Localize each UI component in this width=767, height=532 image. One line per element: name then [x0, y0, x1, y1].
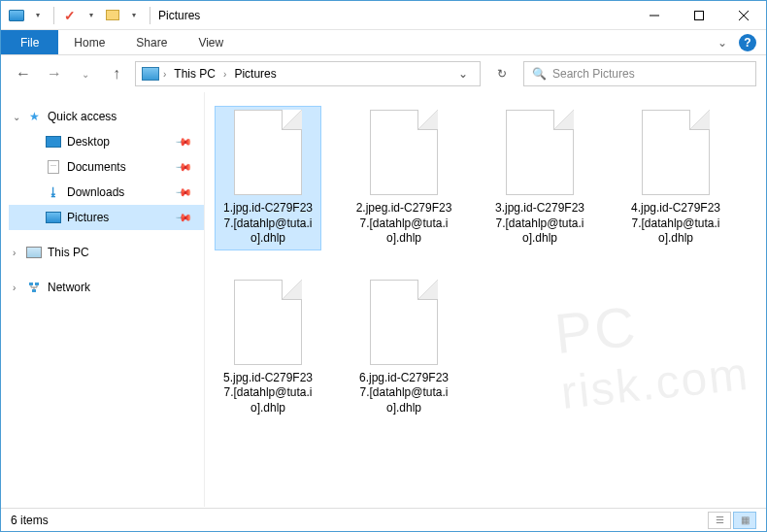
sidebar-item-downloads[interactable]: ⭳ Downloads 📌: [9, 180, 204, 205]
desktop-icon: [46, 134, 61, 150]
up-button[interactable]: ↑: [104, 61, 129, 86]
body: ⌄ ★ Quick access Desktop 📌 Documents 📌 ⭳…: [1, 92, 766, 507]
maximize-button[interactable]: [677, 1, 721, 30]
network-icon: [26, 280, 42, 295]
separator: [150, 7, 150, 24]
file-icon: [370, 110, 438, 195]
sidebar-item-desktop[interactable]: Desktop 📌: [9, 129, 204, 154]
sidebar-this-pc[interactable]: › This PC: [9, 240, 204, 265]
file-item[interactable]: 5.jpg.id-C279F237.[datahlp@tuta.io].dhlp: [215, 276, 321, 420]
breadcrumb-dropdown-icon[interactable]: ⌄: [458, 67, 468, 81]
pin-icon: 📌: [174, 132, 192, 150]
nav-bar: ← → ⌄ ↑ › This PC › Pictures ⌄ ↻ 🔍 Searc…: [1, 55, 766, 92]
breadcrumb-segment[interactable]: This PC: [170, 67, 219, 81]
file-item[interactable]: 1.jpg.id-C279F237.[datahlp@tuta.io].dhlp: [215, 106, 321, 250]
chevron-right-icon[interactable]: ›: [163, 69, 166, 80]
breadcrumb-segment[interactable]: Pictures: [230, 67, 280, 81]
file-icon: [234, 110, 302, 195]
file-icon: [234, 280, 302, 365]
sidebar-item-label: Documents: [67, 160, 126, 174]
svg-rect-4: [29, 283, 33, 285]
minimize-button[interactable]: [632, 1, 677, 30]
sidebar-item-label: Desktop: [67, 135, 110, 149]
tab-home[interactable]: Home: [58, 30, 120, 54]
window-title: Pictures: [154, 9, 200, 22]
chevron-right-icon[interactable]: ›: [13, 283, 16, 293]
file-name: 6.jpg.id-C279F237.[datahlp@tuta.io].dhlp: [354, 371, 453, 416]
pc-icon: [26, 245, 42, 260]
sidebar-item-label: Quick access: [48, 110, 117, 123]
help-icon[interactable]: ?: [739, 34, 756, 51]
file-item[interactable]: 6.jpg.id-C279F237.[datahlp@tuta.io].dhlp: [350, 276, 457, 420]
sidebar-item-label: Network: [48, 281, 90, 294]
breadcrumb[interactable]: › This PC › Pictures ⌄: [135, 61, 481, 86]
download-icon: ⭳: [46, 184, 61, 200]
location-icon: [142, 67, 159, 81]
sidebar-item-label: This PC: [48, 246, 89, 259]
ribbon: File Home Share View ⌄ ?: [1, 30, 766, 55]
properties-icon[interactable]: ✓: [60, 6, 80, 25]
qat: ▾ ✓ ▾ ▾: [1, 6, 154, 25]
new-folder-icon[interactable]: [103, 6, 122, 25]
title-bar: ▾ ✓ ▾ ▾ Pictures: [1, 1, 766, 30]
item-count: 6 items: [11, 514, 49, 527]
file-icon: [506, 110, 574, 195]
thumbnails-view-button[interactable]: ▦: [733, 512, 756, 529]
file-tab[interactable]: File: [1, 30, 58, 54]
status-bar: 6 items ☰ ▦: [1, 508, 766, 531]
file-icon: [642, 110, 710, 195]
file-icon: [370, 280, 438, 365]
tab-view[interactable]: View: [183, 30, 239, 54]
forward-button[interactable]: →: [42, 61, 67, 86]
search-icon: 🔍: [532, 67, 547, 81]
search-input[interactable]: 🔍 Search Pictures: [523, 61, 756, 86]
svg-rect-5: [35, 283, 39, 285]
document-icon: [46, 159, 61, 175]
pictures-icon: [46, 210, 61, 225]
star-icon: ★: [26, 109, 42, 124]
tab-share[interactable]: Share: [120, 30, 183, 54]
sidebar-network[interactable]: › Network: [9, 275, 204, 300]
pin-icon: 📌: [174, 183, 192, 201]
chevron-down-icon[interactable]: ⌄: [13, 112, 20, 122]
pin-icon: 📌: [174, 208, 192, 226]
search-placeholder: Search Pictures: [552, 67, 635, 81]
back-button[interactable]: ←: [11, 61, 36, 86]
file-item[interactable]: 2.jpeg.id-C279F237.[datahlp@tuta.io].dhl…: [350, 106, 457, 250]
details-view-button[interactable]: ☰: [708, 512, 731, 529]
ribbon-expand-icon[interactable]: ⌄: [717, 36, 727, 50]
content-pane[interactable]: 1.jpg.id-C279F237.[datahlp@tuta.io].dhlp…: [205, 92, 766, 507]
qat-dropdown-icon[interactable]: ▾: [82, 6, 101, 25]
svg-rect-1: [695, 11, 704, 19]
qat-customize-icon[interactable]: ▾: [124, 6, 144, 25]
window-controls: [632, 1, 766, 30]
chevron-right-icon[interactable]: ›: [13, 248, 16, 258]
view-mode-switch: ☰ ▦: [708, 512, 756, 529]
chevron-right-icon[interactable]: ›: [223, 69, 226, 80]
close-button[interactable]: [721, 1, 766, 30]
sidebar-item-label: Downloads: [67, 185, 124, 199]
file-name: 5.jpg.id-C279F237.[datahlp@tuta.io].dhlp: [218, 371, 317, 416]
sidebar-item-pictures[interactable]: Pictures 📌: [9, 205, 204, 230]
file-item[interactable]: 3.jpg.id-C279F237.[datahlp@tuta.io].dhlp: [486, 106, 593, 250]
refresh-button[interactable]: ↻: [486, 61, 517, 86]
sidebar-item-documents[interactable]: Documents 📌: [9, 154, 204, 180]
file-name: 4.jpg.id-C279F237.[datahlp@tuta.io].dhlp: [626, 201, 725, 247]
file-name: 1.jpg.id-C279F237.[datahlp@tuta.io].dhlp: [218, 201, 317, 247]
explorer-icon[interactable]: [7, 6, 26, 25]
file-name: 2.jpeg.id-C279F237.[datahlp@tuta.io].dhl…: [354, 201, 453, 247]
nav-pane: ⌄ ★ Quick access Desktop 📌 Documents 📌 ⭳…: [1, 92, 205, 507]
file-item[interactable]: 4.jpg.id-C279F237.[datahlp@tuta.io].dhlp: [622, 106, 729, 250]
qat-dropdown-icon[interactable]: ▾: [28, 6, 48, 25]
recent-dropdown-icon[interactable]: ⌄: [73, 61, 98, 86]
pin-icon: 📌: [174, 157, 192, 176]
file-grid: 1.jpg.id-C279F237.[datahlp@tuta.io].dhlp…: [215, 106, 756, 420]
separator: [53, 7, 54, 24]
sidebar-item-label: Pictures: [67, 211, 109, 224]
file-name: 3.jpg.id-C279F237.[datahlp@tuta.io].dhlp: [490, 201, 589, 247]
sidebar-quick-access[interactable]: ⌄ ★ Quick access: [9, 104, 204, 129]
svg-rect-6: [32, 289, 36, 292]
